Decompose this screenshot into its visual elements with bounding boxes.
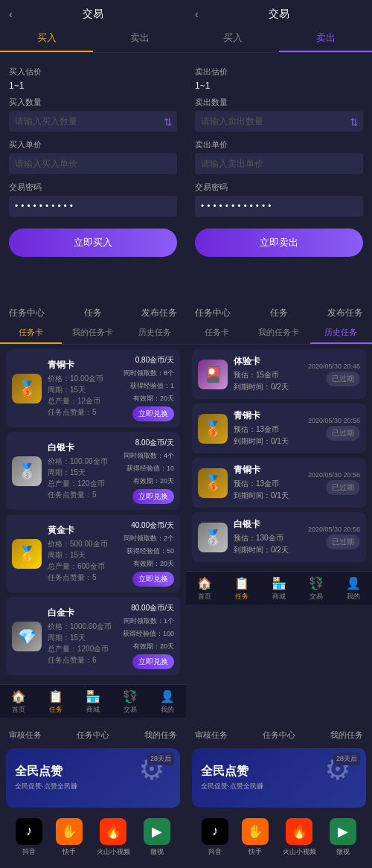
hist-silver-right: 2020/05/30 20:56 已过期 — [308, 526, 360, 549]
hist-experience-card: 🎴 体验卡 预估：15金币到期时间：0/2天 2020/05/30 20:46 … — [192, 349, 366, 399]
my-task-promo-right[interactable]: 我的任务 — [330, 730, 363, 741]
task-label[interactable]: 任务 — [84, 307, 102, 319]
app-douyin-left[interactable]: ♪ 抖音 — [16, 818, 42, 857]
weishi-label-left: 微视 — [150, 847, 164, 857]
sell-quantity-label: 卖出数量 — [195, 97, 363, 108]
nav-mine-right[interactable]: 👤 我的 — [335, 576, 372, 601]
douyin-label-right: 抖音 — [208, 847, 222, 857]
silver-icon: 🥈 — [12, 456, 42, 486]
back-arrow-icon[interactable]: ‹ — [9, 8, 13, 20]
tab-task-card-right[interactable]: 任务卡 — [186, 322, 248, 344]
price-input-wrap — [9, 153, 177, 176]
platinum-stat1: 同时领取数：1个 — [124, 616, 174, 626]
sell-price-label: 卖出单价 — [195, 139, 363, 150]
shop-icon-left: 🏪 — [86, 689, 100, 703]
silver-name: 白银卡 — [48, 441, 124, 454]
sell-estimate-label: 卖出估价 — [195, 66, 363, 77]
tab-task-card[interactable]: 任务卡 — [0, 322, 62, 344]
tab-sell[interactable]: 卖出 — [93, 25, 186, 52]
kuaishou-label-left: 快手 — [62, 847, 76, 857]
bronze-stat1: 同时领取数：8个 — [124, 368, 174, 378]
tab-buy[interactable]: 买入 — [0, 25, 93, 52]
nav-mine-left[interactable]: 👤 我的 — [149, 689, 186, 715]
app-weishi-left[interactable]: ▶ 微视 — [144, 818, 170, 857]
app-douyin-right[interactable]: ♪ 抖音 — [202, 818, 228, 857]
silver-stat2: 获得经验值：10 — [126, 464, 174, 473]
quantity-input[interactable] — [9, 111, 177, 132]
quantity-input-wrap: ⇅ — [9, 111, 177, 133]
buy-button[interactable]: 立即买入 — [9, 229, 177, 257]
trade-icon-left: 💱 — [123, 689, 138, 703]
task-center-promo-right[interactable]: 任务中心 — [263, 730, 295, 741]
silver-exchange-btn[interactable]: 立即兑换 — [132, 489, 174, 504]
sell-price-input[interactable] — [195, 153, 363, 174]
price-input[interactable] — [9, 153, 177, 174]
silver-detail: 价格：100.00金币周期：15天总产量：120金币任务点赞量：5 — [48, 456, 124, 500]
app-kuaishou-right[interactable]: ✋ 快手 — [242, 818, 269, 857]
task-center-promo-left[interactable]: 任务中心 — [77, 730, 109, 741]
trade-buy-tabs: 买入 卖出 — [0, 25, 186, 53]
trade-spacer — [0, 264, 186, 294]
hist-bronze1-detail: 预估：13金币到期时间：0/1天 — [234, 424, 308, 447]
tab-buy-right[interactable]: 买入 — [186, 25, 279, 52]
promo-left-banner: 全民点赞 全民促赞·点赞全民赚 ⚙ 28天后 — [6, 748, 180, 808]
my-task-promo-left[interactable]: 我的任务 — [144, 730, 177, 741]
promo-right-title: 全民点赞 — [201, 764, 263, 779]
nav-mine-label-left: 我的 — [161, 705, 174, 715]
sell-quantity-input[interactable] — [195, 111, 363, 132]
hist-silver-detail: 预估：130金币到期时间：0/2天 — [234, 532, 308, 556]
kuaishou-label-right: 快手 — [248, 847, 262, 857]
promo-right-banner-text: 全民点赞 全民促赞·点赞全民赚 — [201, 764, 263, 791]
weishi-icon-right: ▶ — [330, 818, 356, 845]
silver-right: 8.00金币/天 同时领取数：4个 获得经验值：10 有效期：20天 立即兑换 — [124, 438, 174, 504]
douyin-label-left: 抖音 — [22, 847, 36, 857]
app-weishi-right[interactable]: ▶ 微视 — [330, 818, 356, 857]
tab-my-task-card[interactable]: 我的任务卡 — [62, 322, 124, 344]
hist-experience-name: 体验卡 — [234, 355, 308, 368]
nav-trade-label-right: 交易 — [310, 592, 323, 601]
nav-trade-left[interactable]: 💱 交易 — [112, 689, 149, 715]
task-label-right[interactable]: 任务 — [270, 307, 288, 319]
bronze-stat3: 有效期：20天 — [133, 394, 174, 403]
sell-button[interactable]: 立即卖出 — [195, 229, 363, 257]
huoshan-label-left: 火山小视频 — [97, 847, 130, 857]
nav-shop-right[interactable]: 🏪 商城 — [260, 576, 298, 601]
publish-task-label[interactable]: 发布任务 — [141, 307, 177, 319]
nav-trade-right[interactable]: 💱 交易 — [298, 576, 335, 601]
hist-bronze1-date: 2020/05/30 20:56 — [308, 417, 360, 424]
app-huoshan-left[interactable]: 🔥 火山小视频 — [97, 818, 130, 857]
sell-password-label: 交易密码 — [195, 182, 363, 193]
app-huoshan-right[interactable]: 🔥 火山小视频 — [283, 818, 316, 857]
audit-task-label-right[interactable]: 审核任务 — [195, 730, 228, 741]
bronze-exchange-btn[interactable]: 立即兑换 — [132, 406, 174, 421]
hist-silver-info: 白银卡 预估：130金币到期时间：0/2天 — [234, 518, 308, 556]
gold-detail: 价格：500.00金币周期：15天总产量：600金币任务点赞量：5 — [48, 538, 124, 583]
publish-task-label-right[interactable]: 发布任务 — [327, 307, 363, 319]
tab-sell-right[interactable]: 卖出 — [279, 25, 372, 52]
silver-stat3: 有效期：20天 — [133, 476, 174, 486]
hist-bronze1-expired-btn: 已过期 — [326, 426, 360, 441]
sell-password-display: •••••••••••• — [195, 196, 363, 217]
promo-left-header: 审核任务 任务中心 我的任务 — [0, 724, 186, 744]
nav-shop-left[interactable]: 🏪 商城 — [74, 689, 112, 715]
tab-history-task[interactable]: 历史任务 — [124, 322, 186, 344]
tab-history-task-right[interactable]: 历史任务 — [310, 322, 372, 344]
platinum-exchange-btn[interactable]: 立即兑换 — [132, 654, 174, 669]
nav-task-right[interactable]: 📋 任务 — [223, 576, 260, 601]
platinum-stat3: 有效期：20天 — [133, 642, 174, 651]
audit-task-label-left[interactable]: 审核任务 — [9, 730, 42, 741]
task-left-header: 任务中心 任务 发布任务 — [0, 299, 186, 322]
app-kuaishou-left[interactable]: ✋ 快手 — [56, 818, 83, 857]
gold-exchange-btn[interactable]: 立即兑换 — [132, 572, 174, 587]
nav-task-left[interactable]: 📋 任务 — [37, 689, 74, 715]
task-left-panel: 任务中心 任务 发布任务 任务卡 我的任务卡 历史任务 🥉 青铜卡 价格：10.… — [0, 299, 186, 723]
platinum-card: 💎 白金卡 价格：1000.00金币周期：15天总产量：1200金币任务点赞量：… — [6, 597, 180, 675]
back-arrow-sell-icon[interactable]: ‹ — [195, 8, 199, 20]
hist-silver-card: 🥈 白银卡 预估：130金币到期时间：0/2天 2020/05/30 20:56… — [192, 512, 366, 562]
task-center-label-right: 任务中心 — [195, 307, 231, 319]
gold-stat1: 同时领取数：2个 — [124, 534, 174, 543]
nav-home-right[interactable]: 🏠 首页 — [186, 576, 223, 601]
nav-home-left[interactable]: 🏠 首页 — [0, 689, 37, 715]
tab-my-task-card-right[interactable]: 我的任务卡 — [248, 322, 310, 344]
bronze-icon: 🥉 — [12, 374, 42, 403]
